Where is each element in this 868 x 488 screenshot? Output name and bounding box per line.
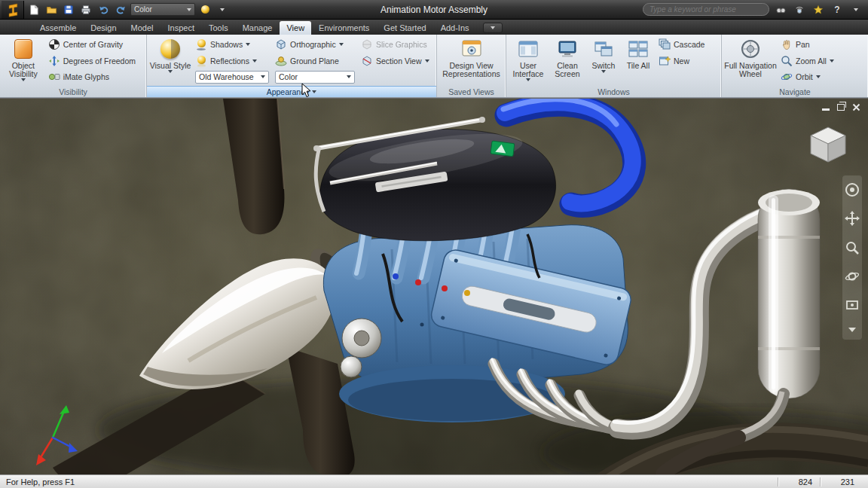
customize-qat-button[interactable] [215,3,230,17]
group-label-windows[interactable]: Windows [506,86,721,97]
imate-glyphs-button[interactable]: iMate Glyphs [45,69,145,84]
infocenter: ? [643,3,868,17]
favorites-star-icon [813,5,824,15]
view-cube[interactable] [806,123,850,169]
navbar-more-icon[interactable] [848,327,857,333]
status-counters: 824 231 [778,477,862,486]
section-view-icon [361,55,373,67]
full-navigation-wheel-icon [740,38,761,59]
tab-add-ins[interactable]: Add-Ins [434,21,476,35]
tab-manage[interactable]: Manage [236,21,280,35]
chevron-down-icon [168,70,173,73]
new-window-button[interactable]: New [656,53,719,69]
ground-plane-button[interactable]: Ground Plane [272,53,358,69]
document-window-controls [822,103,860,111]
new-file-icon [29,5,39,15]
search-button[interactable] [773,3,788,17]
chevron-down-icon [601,70,606,73]
tab-model[interactable]: Model [124,21,160,35]
ribbon-display-toggle-button[interactable] [483,23,503,33]
navigation-wheel-icon[interactable] [845,182,860,197]
inventor-logo-icon [5,2,20,17]
tab-environments[interactable]: Environments [312,21,376,35]
visual-style-icon [160,39,180,59]
tab-design[interactable]: Design [84,21,123,35]
application-window: Color Animation Motor Assembly [0,0,868,488]
group-label-appearance[interactable]: Appearance [147,86,436,97]
orthographic-button[interactable]: Orthographic [272,37,358,52]
redo-button[interactable] [113,3,128,17]
lighting-style-combo[interactable]: Old Warehouse [195,71,269,84]
tile-all-button[interactable]: Tile All [621,36,656,86]
material-sphere-icon [201,5,209,14]
infocenter-options-button[interactable] [848,3,863,17]
design-view-representations-icon [461,39,482,59]
pan-button[interactable]: Pan [778,37,862,52]
zoom-magnifier-icon [781,55,793,67]
minimize-icon[interactable] [822,108,830,111]
help-button[interactable]: ? [830,3,845,17]
undo-icon [98,5,109,15]
orbit-button[interactable]: Orbit [778,69,862,84]
pan-icon[interactable] [845,211,860,226]
group-label-navigate[interactable]: Navigate [722,86,868,97]
new-window-icon [659,55,671,67]
look-at-icon[interactable] [845,297,860,313]
engine-badge [491,141,515,157]
orthographic-icon [275,38,287,50]
ground-plane-icon [275,55,287,67]
close-icon[interactable] [852,103,860,111]
tab-view[interactable]: View [280,21,311,35]
chevron-down-icon [491,26,495,29]
chevron-down-icon [220,8,225,11]
inventor-logo[interactable] [2,1,24,19]
center-of-gravity-icon [49,39,60,50]
cascade-icon [659,38,671,50]
tab-get-started[interactable]: Get Started [377,21,432,35]
group-label-visibility[interactable]: Visibility [0,86,146,97]
engine-model-canvas[interactable] [0,99,868,474]
color-combo[interactable]: Color [275,71,355,84]
clean-screen-button[interactable]: Clean Screen [549,36,586,86]
chevron-down-icon [312,90,316,93]
switch-windows-button[interactable]: Switch [586,36,621,86]
center-of-gravity-button[interactable]: Center of Gravity [45,37,145,52]
save-button[interactable] [61,3,76,17]
communication-center-icon [794,5,805,15]
undo-button[interactable] [96,3,111,17]
quick-color-combo[interactable]: Color [130,3,195,16]
orbit-icon[interactable] [845,269,860,284]
imate-glyphs-icon [48,71,60,83]
tab-tools[interactable]: Tools [202,21,235,35]
degrees-of-freedom-button[interactable]: Degrees of Freedom [45,53,145,69]
tab-assemble[interactable]: Assemble [33,21,83,35]
search-input[interactable] [643,3,769,16]
object-visibility-button[interactable]: Object Visibility [2,36,45,86]
binoculars-icon [775,5,787,15]
new-file-button[interactable] [26,3,41,17]
zoom-all-button[interactable]: Zoom All [778,53,862,69]
open-folder-icon [46,5,57,15]
communication-center-button[interactable] [792,3,807,17]
restore-icon[interactable] [837,104,845,111]
reflections-button[interactable]: Reflections [192,53,272,69]
reflections-icon [197,56,206,64]
visual-style-button[interactable]: Visual Style [148,36,192,86]
section-view-button[interactable]: Section View [358,53,433,69]
graphics-viewport[interactable] [0,98,868,474]
chevron-down-icon [246,43,250,46]
user-interface-button[interactable]: User Interface [508,36,549,86]
tab-inspect[interactable]: Inspect [161,21,201,35]
material-button[interactable] [197,3,212,17]
design-view-representations-button[interactable]: Design View Representations [439,36,504,86]
print-button[interactable] [78,3,93,17]
open-button[interactable] [44,3,59,17]
shadows-button[interactable]: Shadows [192,37,272,52]
group-label-saved-views[interactable]: Saved Views [437,86,506,97]
favorites-button[interactable] [811,3,826,17]
switch-windows-icon [594,40,613,58]
cascade-button[interactable]: Cascade [656,37,719,52]
zoom-icon[interactable] [845,240,860,255]
chevron-down-icon [816,75,821,78]
full-navigation-wheel-button[interactable]: Full Navigation Wheel [723,36,778,86]
